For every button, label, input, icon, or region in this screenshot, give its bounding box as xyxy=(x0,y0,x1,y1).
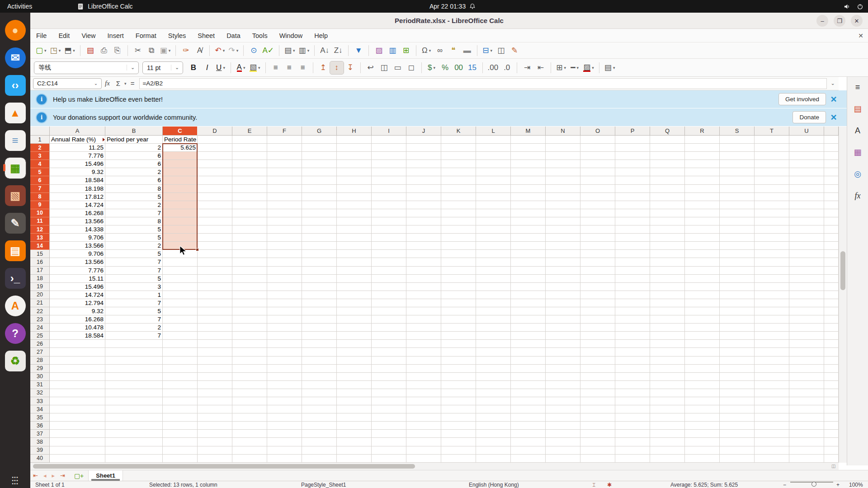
cell-F30[interactable] xyxy=(267,373,302,381)
cell-M14[interactable] xyxy=(511,242,546,250)
freeze-rows-columns-icon[interactable]: ⊟▾ xyxy=(481,44,494,57)
cell-O15[interactable] xyxy=(580,250,615,258)
cell-J4[interactable] xyxy=(406,160,441,168)
cell-U32[interactable] xyxy=(789,389,824,397)
cell-Q8[interactable] xyxy=(650,193,685,201)
expand-formula-bar-icon[interactable]: ⌄ xyxy=(827,80,839,86)
cell-F7[interactable] xyxy=(267,185,302,193)
cell-S22[interactable] xyxy=(720,307,755,315)
cell-M35[interactable] xyxy=(511,413,546,422)
cell-J34[interactable] xyxy=(406,405,441,413)
cell-K9[interactable] xyxy=(441,201,476,209)
cell-M37[interactable] xyxy=(511,430,546,438)
insert-pivot-table-icon[interactable]: ⊞ xyxy=(399,44,413,57)
cell-R18[interactable] xyxy=(685,275,720,283)
cell-H40[interactable] xyxy=(337,455,372,463)
cell-L32[interactable] xyxy=(476,389,511,397)
cell-x3[interactable] xyxy=(824,152,839,160)
cell-E34[interactable] xyxy=(232,405,267,413)
merge-and-center-cells-icon[interactable]: ◫ xyxy=(377,61,391,74)
cell-S2[interactable] xyxy=(720,144,755,152)
cell-E30[interactable] xyxy=(232,373,267,381)
cell-F14[interactable] xyxy=(267,242,302,250)
cell-S9[interactable] xyxy=(720,201,755,209)
cell-F32[interactable] xyxy=(267,389,302,397)
sum-dropdown-icon[interactable]: ▾ xyxy=(123,81,127,86)
cell-I29[interactable] xyxy=(372,365,406,373)
cell-I15[interactable] xyxy=(372,250,406,258)
cell-P12[interactable] xyxy=(615,225,650,234)
cell-S12[interactable] xyxy=(720,225,755,234)
cell-O33[interactable] xyxy=(580,397,615,405)
cell-D19[interactable] xyxy=(198,283,232,291)
cell-C27[interactable] xyxy=(163,348,198,356)
cell-M31[interactable] xyxy=(511,381,546,389)
cell-S35[interactable] xyxy=(720,413,755,422)
cell-K16[interactable] xyxy=(441,258,476,266)
cell-B32[interactable] xyxy=(105,389,163,397)
cell-B12[interactable]: 5 xyxy=(105,225,163,234)
cell-D29[interactable] xyxy=(198,365,232,373)
cell-H6[interactable] xyxy=(337,176,372,184)
cell-E9[interactable] xyxy=(232,201,267,209)
cell-N17[interactable] xyxy=(546,267,580,275)
conditional-formatting-icon[interactable]: ▤▾ xyxy=(603,61,617,74)
cell-L25[interactable] xyxy=(476,332,511,340)
horizontal-scrollbar-thumb[interactable] xyxy=(33,464,415,469)
clock[interactable]: Apr 22 01:33 xyxy=(429,3,476,10)
cell-B27[interactable] xyxy=(105,348,163,356)
cell-x5[interactable] xyxy=(824,168,839,176)
formula-icon[interactable]: = xyxy=(127,80,138,87)
row-header-15[interactable]: 15 xyxy=(30,250,50,258)
cell-K20[interactable] xyxy=(441,291,476,299)
cell-B2[interactable]: 2 xyxy=(105,144,163,152)
cell-F34[interactable] xyxy=(267,405,302,413)
highlighting-color-icon[interactable]: ▧▾ xyxy=(248,61,262,74)
cell-L27[interactable] xyxy=(476,348,511,356)
cell-T4[interactable] xyxy=(755,160,789,168)
cell-E22[interactable] xyxy=(232,307,267,315)
cell-C25[interactable] xyxy=(163,332,198,340)
cell-F35[interactable] xyxy=(267,413,302,422)
selection-mode-icon[interactable]: ⌶ xyxy=(592,482,595,488)
cell-L10[interactable] xyxy=(476,209,511,217)
cell-Q15[interactable] xyxy=(650,250,685,258)
cell-R4[interactable] xyxy=(685,160,720,168)
cell-J9[interactable] xyxy=(406,201,441,209)
cell-x22[interactable] xyxy=(824,307,839,315)
minimize-button[interactable]: – xyxy=(816,15,828,27)
cell-Q11[interactable] xyxy=(650,217,685,225)
cell-U24[interactable] xyxy=(789,324,824,332)
dock-item-libreoffice-start-center[interactable]: ≡ xyxy=(3,127,28,154)
cell-H38[interactable] xyxy=(337,438,372,446)
cell-S27[interactable] xyxy=(720,348,755,356)
cell-x29[interactable] xyxy=(824,365,839,373)
cell-M19[interactable] xyxy=(511,283,546,291)
cell-D40[interactable] xyxy=(198,455,232,463)
cell-C24[interactable] xyxy=(163,324,198,332)
cell-G33[interactable] xyxy=(302,397,337,405)
function-wizard-icon[interactable]: fx xyxy=(102,80,113,87)
cell-U3[interactable] xyxy=(789,152,824,160)
cell-R37[interactable] xyxy=(685,430,720,438)
cell-U25[interactable] xyxy=(789,332,824,340)
insert-hyperlink-icon[interactable]: ∞ xyxy=(433,44,447,57)
cell-G34[interactable] xyxy=(302,405,337,413)
cell-T10[interactable] xyxy=(755,209,789,217)
cell-K17[interactable] xyxy=(441,267,476,275)
cell-N8[interactable] xyxy=(546,193,580,201)
wrap-text-icon[interactable]: ↩ xyxy=(364,61,377,74)
cell-R16[interactable] xyxy=(685,258,720,266)
cell-G9[interactable] xyxy=(302,201,337,209)
cell-L6[interactable] xyxy=(476,176,511,184)
cell-L19[interactable] xyxy=(476,283,511,291)
cell-J16[interactable] xyxy=(406,258,441,266)
underline-icon[interactable]: U▾ xyxy=(214,61,227,74)
add-decimal-place-icon[interactable]: .00 xyxy=(486,61,500,74)
cell-E19[interactable] xyxy=(232,283,267,291)
cell-N13[interactable] xyxy=(546,234,580,242)
cell-G11[interactable] xyxy=(302,217,337,225)
cell-N35[interactable] xyxy=(546,413,580,422)
vertical-scrollbar[interactable] xyxy=(839,127,847,463)
cell-I34[interactable] xyxy=(372,405,406,413)
